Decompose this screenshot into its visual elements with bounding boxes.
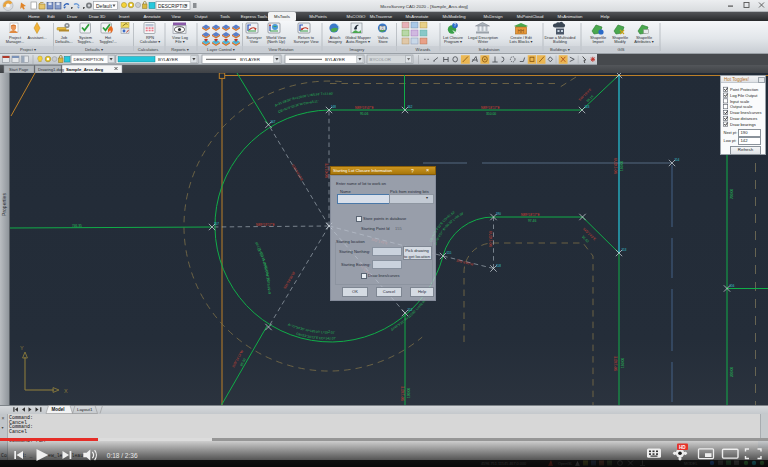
- svg-text:MsDesign: MsDesign: [483, 14, 503, 19]
- svg-text:Layout1: Layout1: [77, 407, 93, 412]
- svg-text:97.46: 97.46: [528, 219, 536, 223]
- svg-text:N89°59'17"E: N89°59'17"E: [256, 223, 276, 227]
- svg-text:Reports ▾: Reports ▾: [171, 47, 189, 52]
- svg-text:160.00: 160.00: [621, 358, 625, 368]
- svg-text:Wizards: Wizards: [416, 47, 431, 52]
- svg-text:0:18 / 2:36: 0:18 / 2:36: [107, 452, 138, 459]
- svg-text:Layer Control ▾: Layer Control ▾: [207, 47, 236, 52]
- svg-text:MsTraverse: MsTraverse: [370, 14, 393, 19]
- svg-text:Store: Store: [378, 39, 387, 44]
- svg-text:160.00: 160.00: [620, 161, 624, 171]
- svg-text:Import: Import: [592, 39, 604, 44]
- svg-text:Tools: Tools: [220, 14, 230, 19]
- svg-text:Defaults ▾: Defaults ▾: [85, 47, 104, 52]
- svg-text:Subdivision: Subdivision: [479, 47, 501, 52]
- svg-text:350.00: 350.00: [486, 112, 496, 116]
- svg-text:BYCOLOR: BYCOLOR: [370, 57, 391, 62]
- svg-text:Building: Building: [553, 39, 567, 44]
- svg-text:MsAnnotate: MsAnnotate: [406, 14, 430, 19]
- svg-text:N0°0'13"E: N0°0'13"E: [325, 162, 329, 178]
- svg-text:Annotate: Annotate: [143, 14, 161, 19]
- svg-text:Start Page: Start Page: [9, 67, 29, 72]
- svg-text:MsTools: MsTools: [274, 14, 290, 19]
- svg-text:DESCRIPTIO: DESCRIPTIO: [158, 4, 188, 9]
- svg-text:GIS: GIS: [617, 47, 624, 52]
- svg-text:MsAnimation: MsAnimation: [558, 14, 583, 19]
- svg-text:Imagery: Imagery: [328, 39, 342, 44]
- svg-text:Imagery: Imagery: [350, 47, 366, 52]
- svg-text:153: 153: [622, 248, 627, 252]
- svg-text:Draw: Draw: [67, 14, 78, 19]
- svg-text:Model: Model: [52, 407, 65, 412]
- svg-text:MsCOGO: MsCOGO: [347, 14, 367, 19]
- svg-text:N89°58'17"E: N89°58'17"E: [481, 106, 501, 110]
- svg-text:MsModeling: MsModeling: [442, 14, 466, 19]
- svg-text:190.00: 190.00: [407, 388, 411, 398]
- svg-text:(1): (1): [380, 26, 384, 30]
- svg-text:MsPointCloud: MsPointCloud: [517, 14, 544, 19]
- svg-text:DESCRIPTION: DESCRIPTION: [74, 57, 104, 62]
- svg-text:Auto-Regen ▾: Auto-Regen ▾: [346, 39, 370, 44]
- svg-text:746.35: 746.35: [72, 224, 82, 228]
- svg-text:File ▾: File ▾: [175, 39, 184, 44]
- svg-text:BYLAYER: BYLAYER: [158, 57, 178, 62]
- svg-text:HD: HD: [679, 445, 686, 450]
- svg-text:158: 158: [496, 264, 501, 268]
- svg-text:View Rotation: View Rotation: [268, 47, 294, 52]
- svg-text:Home: Home: [28, 14, 40, 19]
- svg-text:Writer: Writer: [478, 39, 489, 44]
- svg-text:190: 190: [496, 212, 501, 216]
- svg-text:Calculator ▾: Calculator ▾: [140, 39, 161, 44]
- svg-text:157: 157: [214, 222, 219, 226]
- svg-text:Express Tools: Express Tools: [241, 14, 268, 19]
- svg-text:148: 148: [331, 105, 336, 109]
- svg-text:700.00: 700.00: [730, 189, 734, 199]
- svg-text:MsPoints: MsPoints: [309, 14, 327, 19]
- svg-text:155: 155: [447, 251, 452, 255]
- svg-text:Project ▾: Project ▾: [20, 47, 37, 52]
- svg-text:N0°1'43"W: N0°1'43"W: [489, 230, 493, 247]
- svg-text:Insert: Insert: [119, 14, 131, 19]
- svg-text:HH: HH: [518, 29, 525, 34]
- svg-text:BYLAYER: BYLAYER: [325, 57, 345, 62]
- svg-text:143: 143: [585, 105, 590, 109]
- svg-text:Surveyor View: Surveyor View: [293, 39, 318, 44]
- svg-text:Sample_Arcs.dwg: Sample_Arcs.dwg: [66, 67, 103, 72]
- svg-text:Y: Y: [20, 345, 24, 351]
- svg-text:95.06: 95.06: [360, 112, 368, 116]
- svg-text:162: 162: [408, 105, 413, 109]
- svg-text:Lots Blocks ▾: Lots Blocks ▾: [510, 39, 533, 44]
- svg-text:147: 147: [271, 120, 276, 124]
- svg-text:Help: Help: [601, 14, 610, 19]
- svg-text:Manager...: Manager...: [6, 39, 24, 44]
- svg-text:Modify: Modify: [614, 39, 626, 44]
- svg-text:Toggles...: Toggles...: [77, 39, 94, 44]
- svg-text:Drawing1.dwg: Drawing1.dwg: [38, 67, 65, 72]
- svg-text:S0°1'43"E: S0°1'43"E: [614, 355, 618, 371]
- svg-text:Edit: Edit: [47, 14, 55, 19]
- svg-text:N0°1'43"W: N0°1'43"W: [614, 157, 618, 174]
- svg-text:BYLAYER: BYLAYER: [240, 57, 260, 62]
- svg-text:Toggles!...: Toggles!...: [99, 39, 117, 44]
- svg-text:Attributes ▾: Attributes ▾: [634, 39, 654, 44]
- svg-text:Default: Default: [96, 3, 112, 9]
- svg-text:Program ▾: Program ▾: [444, 39, 462, 44]
- svg-text:Assistant...: Assistant...: [27, 35, 46, 40]
- svg-text:154: 154: [675, 158, 680, 162]
- svg-text:View: View: [171, 14, 181, 19]
- svg-text:N89°58'17"E: N89°58'17"E: [521, 213, 541, 217]
- svg-text:N89°59'47"E: N89°59'47"E: [355, 106, 375, 110]
- svg-text:Defaults...: Defaults...: [55, 39, 73, 44]
- svg-text:200.00: 200.00: [730, 367, 734, 377]
- svg-text:(North Up): (North Up): [267, 39, 286, 44]
- svg-text:Draw 3D: Draw 3D: [89, 14, 106, 19]
- svg-text:Calculators: Calculators: [138, 47, 158, 52]
- svg-text:Output: Output: [195, 14, 209, 19]
- svg-text:View: View: [250, 39, 259, 44]
- svg-text:MicroSurvey CAD 2020 - [Sample: MicroSurvey CAD 2020 - [Sample_Arcs.dwg]: [380, 4, 468, 9]
- svg-text:S0°1'43"E: S0°1'43"E: [401, 385, 405, 401]
- svg-text:X: X: [64, 388, 68, 394]
- svg-text:Buildings ▾: Buildings ▾: [550, 47, 571, 52]
- svg-text:156: 156: [730, 284, 735, 288]
